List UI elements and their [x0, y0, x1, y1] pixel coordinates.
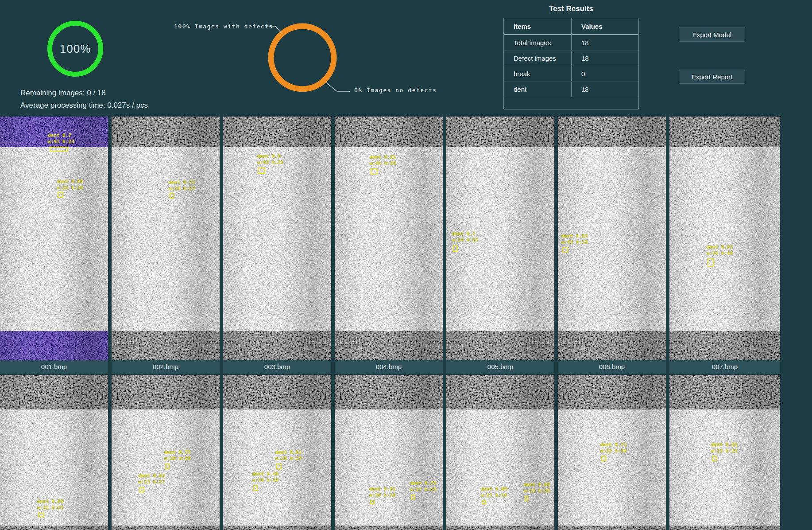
defect-bbox [562, 247, 568, 253]
test-results-body: Total images 18 Defect images 18 break 0… [504, 35, 638, 97]
defect-annotation: dent 0.9w:43 h:26 [257, 153, 284, 166]
test-results-row: Total images 18 [504, 35, 638, 51]
result-value: 0 [572, 70, 638, 78]
avg-processing-time-label: Average processing time: 0.027s / pcs [20, 101, 148, 110]
defect-annotation-line: dent 0.71 [600, 442, 627, 448]
image-tile-row2-4[interactable]: dent 0.81w:20 h:18dent 0.75w:17 h:23 [335, 375, 443, 530]
defect-bbox [170, 193, 174, 199]
defect-annotation-line: w:43 h:26 [257, 160, 284, 166]
filename-label: 003.bmp [223, 360, 331, 374]
defect-annotation-line: w:23 h:25 [711, 448, 738, 454]
defect-bbox [165, 464, 170, 469]
defect-annotation-line: w:31 h:22 [37, 505, 64, 511]
defect-annotation-line: dent 0.63 [139, 473, 165, 479]
defect-annotation-line: dent 0.75 [164, 449, 191, 456]
filename-label: 007.bmp [669, 360, 780, 374]
defect-annotation-line: w:17 h:23 [410, 487, 437, 493]
defect-annotation: dent 0.65w:23 h:25 [711, 442, 738, 454]
defect-annotation-line: w:26 h:29 [275, 456, 302, 462]
defect-annotation-line: dent 0.9 [257, 153, 284, 160]
callout-line-right [326, 82, 350, 91]
defect-annotation-line: dent 0.46 [252, 471, 279, 477]
defect-annotation: dent 0.61w:26 h:29 [275, 449, 302, 462]
test-results-table: Items Values Total images 18 Defect imag… [503, 18, 639, 109]
image-tile-row2-7[interactable]: dent 0.65w:23 h:25 [669, 375, 780, 530]
test-results-row: break 0 [504, 66, 638, 82]
defect-annotation-line: w:25 h:26 [57, 185, 83, 191]
defect-bbox [712, 456, 717, 461]
defect-annotation: dent 0.88w:25 h:26 [57, 179, 83, 191]
defect-annotation: dent 0.7w:24 h:35 [452, 231, 479, 243]
defect-annotation-line: w:20 h:28 [164, 456, 191, 462]
defect-annotation-line: w:19 h:27 [169, 186, 195, 192]
defect-annotation-line: dent 0.81 [369, 486, 396, 492]
defect-bbox [50, 147, 68, 152]
defect-annotation: dent 0.75w:17 h:23 [410, 480, 437, 493]
image-tile-row2-5[interactable]: dent 0.89w:21 h:18dent 0.88w:16 h:26 [446, 375, 554, 530]
defect-annotation-line: dent 0.88 [524, 482, 550, 488]
image-tile-005.bmp[interactable]: dent 0.7w:24 h:35 [446, 117, 554, 360]
export-model-button[interactable]: Export Model [679, 27, 745, 42]
progress-ring-label: 100% [60, 42, 91, 56]
result-value: 18 [572, 55, 638, 62]
result-item: break [504, 66, 572, 81]
defect-annotation: dent 0.63w:23 h:27 [139, 473, 165, 485]
defect-bbox [371, 168, 378, 175]
test-results-row: dent 18 [504, 82, 638, 97]
defect-annotation-line: w:34 h:40 [707, 250, 733, 257]
image-tile-003.bmp[interactable]: dent 0.9w:43 h:26 [223, 117, 331, 360]
result-item: Defect images [504, 51, 572, 66]
defect-annotation-line: dent 0.65 [711, 442, 738, 448]
result-value: 18 [572, 39, 638, 47]
image-tile-002.bmp[interactable]: dent 0.72w:19 h:27 [112, 117, 220, 360]
filename-label: 006.bmp [558, 360, 666, 374]
test-results-row: Defect images 18 [504, 51, 638, 66]
progress-ring: 100% [47, 21, 103, 77]
defect-bbox [253, 485, 258, 491]
export-report-button[interactable]: Export Report [679, 70, 745, 84]
defect-bbox [370, 500, 375, 504]
inspection-image [112, 117, 220, 360]
defect-bbox [525, 496, 528, 501]
image-tile-007.bmp[interactable]: dent 0.82w:34 h:40 [669, 117, 780, 360]
defect-annotation: dent 0.81w:20 h:18 [369, 486, 396, 499]
defect-annotation-line: w:45 h:26 [370, 160, 396, 167]
result-value: 18 [572, 86, 638, 93]
image-tile-row2-1[interactable]: dent 0.89w:31 h:22 [0, 375, 108, 530]
defect-bbox [258, 168, 265, 174]
defect-annotation-line: dent 0.89 [481, 486, 507, 492]
inspection-image [335, 375, 443, 530]
filename-label: 002.bmp [112, 360, 220, 374]
donut-ring [271, 26, 334, 89]
defect-bbox [139, 487, 144, 492]
defect-annotation-line: dent 0.82 [707, 244, 733, 250]
donut-label-with-defects: 100% Images with defects [174, 23, 273, 30]
inspection-image [669, 117, 780, 360]
image-tile-006.bmp[interactable]: dent 0.63w:43 h:19 [558, 117, 666, 360]
defect-annotation-line: w:16 h:26 [524, 488, 550, 494]
remaining-images-label: Remaining images: 0 / 18 [20, 89, 106, 97]
defect-bbox [482, 500, 486, 504]
image-tile-row2-3[interactable]: dent 0.61w:26 h:29dent 0.46w:20 h:28 [223, 375, 331, 530]
filename-label: 004.bmp [335, 360, 443, 374]
defect-bbox [601, 456, 606, 461]
defect-annotation: dent 0.63w:43 h:19 [561, 233, 588, 246]
defect-annotation: dent 0.82w:34 h:40 [707, 244, 733, 257]
inspection-image [0, 117, 108, 360]
defect-annotation-line: w:24 h:35 [452, 237, 479, 243]
defect-annotation-line: dent 0.75 [410, 480, 437, 487]
defect-annotation: dent 0.75w:20 h:28 [164, 449, 191, 462]
test-results-header-row: Items Values [504, 18, 638, 35]
image-tile-001.bmp[interactable]: dent 0.7w:91 h:23dent 0.88w:25 h:26 [0, 117, 108, 360]
defect-annotation-line: w:21 h:18 [481, 492, 507, 499]
defect-annotation: dent 0.88w:16 h:26 [524, 482, 550, 494]
image-tile-004.bmp[interactable]: dent 0.91w:45 h:26 [335, 117, 443, 360]
test-results-title: Test Results [503, 4, 639, 13]
defect-annotation-line: dent 0.91 [370, 154, 396, 160]
defect-annotation: dent 0.7w:91 h:23 [48, 132, 74, 145]
image-tile-row2-6[interactable]: dent 0.71w:22 h:26 [558, 375, 666, 530]
result-item: dent [504, 82, 572, 97]
image-tile-row2-2[interactable]: dent 0.75w:20 h:28dent 0.63w:23 h:27 [112, 375, 220, 530]
defect-annotation-line: dent 0.63 [561, 233, 588, 239]
defect-annotation-line: w:20 h:28 [252, 477, 279, 483]
